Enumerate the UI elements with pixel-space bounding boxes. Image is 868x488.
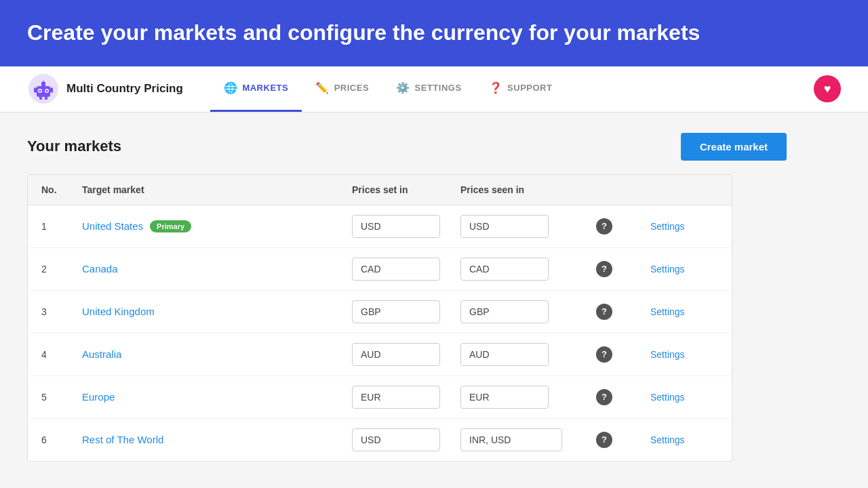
settings-link-us[interactable]: Settings (650, 221, 718, 232)
table-header: No. Target market Prices set in Prices s… (28, 175, 732, 205)
help-icon-us[interactable]: ? (596, 218, 612, 235)
prices-set-uk (352, 300, 460, 323)
prices-set-input-uk[interactable] (352, 300, 440, 323)
heart-button[interactable]: ♥ (814, 75, 841, 102)
tab-settings[interactable]: ⚙️ SETTINGS (382, 66, 475, 112)
svg-rect-11 (50, 87, 53, 93)
settings-link-ca[interactable]: Settings (650, 264, 718, 274)
navbar-right: ♥ (814, 75, 841, 102)
brand-name: Multi Country Pricing (66, 82, 183, 96)
brand-logo-icon (27, 73, 60, 105)
prices-set-us (352, 215, 460, 238)
svg-point-4 (39, 90, 41, 92)
row-num-6: 6 (41, 434, 82, 445)
prices-seen-uk (460, 300, 596, 323)
prices-seen-input-au[interactable] (460, 343, 549, 366)
nav-tabs: 🌐 MARKETS ✏️ PRICES ⚙️ SETTINGS ❓ SUPPOR… (210, 66, 814, 112)
header-prices-set-in: Prices set in (352, 184, 460, 195)
row-num-1: 1 (41, 221, 82, 232)
header-target-market: Target market (82, 184, 352, 195)
table-row: 3 United Kingdom ? Settings (28, 291, 732, 333)
create-market-button[interactable]: Create market (681, 133, 787, 161)
section-header: Your markets Create market (27, 133, 787, 161)
section-title: Your markets (27, 138, 121, 155)
table-row: 6 Rest of The World ? Settings (28, 419, 732, 461)
tab-prices[interactable]: ✏️ PRICES (302, 66, 382, 112)
settings-link-au[interactable]: Settings (650, 349, 718, 360)
help-icon-eu[interactable]: ? (596, 389, 612, 405)
row-num-5: 5 (41, 392, 82, 403)
prices-set-row (352, 428, 460, 451)
market-name-eu[interactable]: Europe (82, 391, 352, 403)
table-row: 4 Australia ? Settings (28, 333, 732, 376)
prices-set-eu (352, 386, 460, 409)
hero-banner: Create your markets and configure the cu… (0, 0, 868, 66)
settings-link-row[interactable]: Settings (650, 434, 718, 445)
header-help (596, 184, 650, 195)
main-content: Your markets Create market No. Target ma… (0, 113, 814, 482)
prices-set-ca (352, 258, 460, 281)
header-no: No. (41, 184, 82, 195)
primary-badge: Primary (150, 220, 191, 232)
prices-seen-input-uk[interactable] (460, 300, 549, 323)
market-name-ca[interactable]: Canada (82, 263, 352, 274)
settings-link-uk[interactable]: Settings (650, 306, 718, 317)
hero-title: Create your markets and configure the cu… (27, 19, 841, 47)
prices-set-input-eu[interactable] (352, 386, 440, 409)
svg-rect-10 (34, 87, 37, 93)
help-icon-row[interactable]: ? (596, 432, 612, 448)
table-row: 2 Canada ? Settings (28, 248, 732, 291)
markets-table: No. Target market Prices set in Prices s… (27, 174, 732, 462)
svg-point-5 (46, 90, 48, 92)
svg-rect-7 (43, 81, 44, 83)
pencil-icon: ✏️ (315, 81, 330, 94)
prices-seen-ca (460, 258, 596, 281)
svg-rect-8 (39, 97, 42, 100)
tab-markets[interactable]: 🌐 MARKETS (210, 66, 302, 112)
prices-seen-input-row[interactable] (460, 428, 562, 451)
settings-link-eu[interactable]: Settings (650, 392, 718, 403)
row-num-4: 4 (41, 349, 82, 360)
brand: Multi Country Pricing (27, 73, 183, 105)
prices-seen-eu (460, 386, 596, 409)
row-num-2: 2 (41, 264, 82, 274)
help-icon-ca[interactable]: ? (596, 261, 612, 277)
row-num-3: 3 (41, 306, 82, 317)
header-actions (650, 184, 718, 195)
prices-seen-input-ca[interactable] (460, 258, 549, 281)
market-name-uk[interactable]: United Kingdom (82, 306, 352, 317)
globe-icon: 🌐 (224, 81, 238, 94)
table-row: 1 United States Primary ? Settings (28, 205, 732, 248)
prices-set-input-us[interactable] (352, 215, 440, 238)
question-icon: ❓ (489, 81, 503, 94)
market-name-au[interactable]: Australia (82, 348, 352, 360)
prices-set-input-row[interactable] (352, 428, 440, 451)
svg-rect-9 (45, 97, 47, 100)
help-icon-au[interactable]: ? (596, 346, 612, 363)
prices-set-au (352, 343, 460, 366)
prices-set-input-ca[interactable] (352, 258, 440, 281)
market-name-row[interactable]: Rest of The World (82, 434, 352, 445)
tab-support[interactable]: ❓ SUPPORT (475, 66, 566, 112)
prices-seen-au (460, 343, 596, 366)
prices-seen-us (460, 215, 596, 238)
help-icon-uk[interactable]: ? (596, 304, 612, 320)
prices-seen-row (460, 428, 596, 451)
prices-set-input-au[interactable] (352, 343, 440, 366)
gear-icon: ⚙️ (396, 81, 410, 94)
prices-seen-input-us[interactable] (460, 215, 549, 238)
table-row: 5 Europe ? Settings (28, 376, 732, 419)
market-name-us[interactable]: United States Primary (82, 220, 352, 232)
navbar: Multi Country Pricing 🌐 MARKETS ✏️ PRICE… (0, 66, 868, 113)
prices-seen-input-eu[interactable] (460, 386, 549, 409)
header-prices-seen-in: Prices seen in (460, 184, 596, 195)
